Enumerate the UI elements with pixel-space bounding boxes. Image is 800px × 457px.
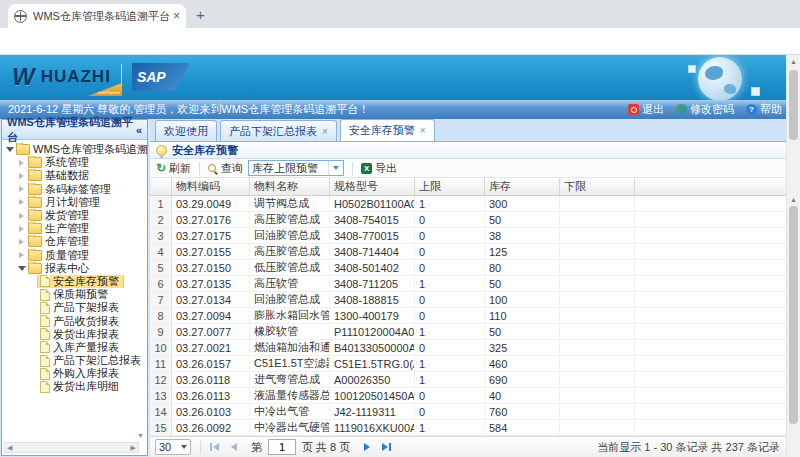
tree-collapsed-icon[interactable] xyxy=(17,252,26,258)
cell-lower xyxy=(560,228,635,243)
folder-icon xyxy=(28,263,42,274)
tree-item-仓库管理[interactable]: 仓库管理 xyxy=(2,235,147,248)
table-row[interactable]: 203.27.0176高压胶管总成3408-754015050 xyxy=(150,212,786,228)
column-header-stock[interactable]: 库存 xyxy=(485,178,560,195)
tab-欢迎使用[interactable]: 欢迎使用 xyxy=(155,120,217,141)
grid-scrollbar-thumb[interactable] xyxy=(789,206,798,424)
tree-item-产品下架汇总报表[interactable]: 产品下架汇总报表 xyxy=(2,354,147,367)
column-header-upper-limit[interactable]: 上限 xyxy=(415,178,485,195)
vertical-scrollbar[interactable]: ▲ ▲ xyxy=(786,55,800,457)
tab-产品下架汇总报表[interactable]: 产品下架汇总报表× xyxy=(220,120,337,141)
scroll-right-icon[interactable]: ▶ xyxy=(131,444,136,452)
cell-name: 低压胶管总成 xyxy=(250,260,330,275)
last-page-button[interactable] xyxy=(382,443,391,451)
cell-spec: A00026350 xyxy=(330,372,415,387)
close-tab-icon[interactable]: × xyxy=(322,126,328,137)
tree-collapsed-icon[interactable] xyxy=(17,173,26,179)
tree-collapsed-icon[interactable] xyxy=(17,160,26,166)
cell-spec: 3408-714404 xyxy=(330,244,415,259)
column-header-spec-model[interactable]: 规格型号 xyxy=(330,178,415,195)
table-row[interactable]: 1203.26.0118进气弯管总成A000263501690 xyxy=(150,372,786,388)
report-page-icon xyxy=(40,289,50,301)
tree-item-系统管理[interactable]: 系统管理 xyxy=(2,156,147,169)
tree-item-入库产量报表[interactable]: 入库产量报表 xyxy=(2,341,147,354)
cell-code: 03.27.0135 xyxy=(172,276,250,291)
grid-scroll-up-icon[interactable]: ▲ xyxy=(787,196,800,203)
table-row[interactable]: 903.27.0077橡胶软管P1110120004A0150 xyxy=(150,324,786,340)
tree-item-报表中心[interactable]: 报表中心 xyxy=(2,262,147,275)
tree-collapsed-icon[interactable] xyxy=(17,199,26,205)
cell-stock: 125 xyxy=(485,244,560,259)
table-row[interactable]: 803.27.0094膨胀水箱回水管总成1300-4001790110 xyxy=(150,308,786,324)
tree-item-安全库存预警[interactable]: 安全库存预警 xyxy=(2,275,147,288)
tree-item-保质期预警[interactable]: 保质期预警 xyxy=(2,288,147,301)
tree-expanded-icon[interactable] xyxy=(17,266,26,271)
logout-button[interactable]: 退出 xyxy=(628,102,664,117)
tree-item-产品下架报表[interactable]: 产品下架报表 xyxy=(2,301,147,314)
tree-item-发货管理[interactable]: 发货管理 xyxy=(2,209,147,222)
warning-type-select[interactable]: 库存上限预警 xyxy=(248,160,344,176)
search-icon xyxy=(208,164,216,172)
table-row[interactable]: 103.29.0049调节阀总成H0502B01100A01300 xyxy=(150,196,786,212)
tree-expanded-icon[interactable] xyxy=(5,147,14,152)
tree-collapsed-icon[interactable] xyxy=(17,226,26,232)
page-number-input[interactable] xyxy=(268,439,296,455)
tree-collapsed-icon[interactable] xyxy=(17,213,26,219)
tree-item-发货出库报表[interactable]: 发货出库报表 xyxy=(2,328,147,341)
tree-item-月计划管理[interactable]: 月计划管理 xyxy=(2,196,147,209)
sidebar-scroll-up-icon[interactable]: ▲ xyxy=(137,143,144,150)
export-button[interactable]: X 导出 xyxy=(361,161,397,176)
table-row[interactable]: 1303.26.0113液温量传感器总成100120501450AB0A040 xyxy=(150,388,786,404)
sidebar-collapse-icon[interactable]: « xyxy=(136,124,142,136)
table-row[interactable]: 1403.26.0103中冷出气管J42-11193110760 xyxy=(150,404,786,420)
column-header-lower-limit[interactable]: 下限 xyxy=(560,178,635,195)
help-button[interactable]: ? 帮助 xyxy=(746,102,782,117)
close-tab-icon[interactable]: × xyxy=(420,125,426,136)
scrollbar-thumb[interactable] xyxy=(789,70,798,140)
tree-item-WMS仓库管理条码追溯系统[interactable]: WMS仓库管理条码追溯系统 xyxy=(2,143,147,156)
sidebar-scroll-down-icon[interactable]: ▼ xyxy=(137,432,144,439)
table-row[interactable]: 1503.26.0092中冷器出气硬管总成1119016XKU00A1584 xyxy=(150,420,786,436)
cell-filler xyxy=(635,420,786,435)
first-page-button[interactable] xyxy=(210,443,219,451)
table-row[interactable]: 1003.27.0021燃油箱加油和通风软管B40133050000AA0325 xyxy=(150,340,786,356)
table-row[interactable]: 603.27.0135高压软管3408-711205150 xyxy=(150,276,786,292)
scroll-left-icon[interactable]: ◀ xyxy=(7,444,12,452)
cell-name: 膨胀水箱回水管总成 xyxy=(250,308,330,323)
table-row[interactable]: 503.27.0150低压胶管总成3408-501402080 xyxy=(150,260,786,276)
table-row[interactable]: 703.27.0134回油胶管总成3408-1888150100 xyxy=(150,292,786,308)
tree-item-质量管理[interactable]: 质量管理 xyxy=(2,249,147,262)
tree-item-外购入库报表[interactable]: 外购入库报表 xyxy=(2,367,147,380)
scroll-up-icon[interactable]: ▲ xyxy=(787,58,800,65)
cell-upper: 0 xyxy=(415,292,485,307)
tab-安全库存预警[interactable]: 安全库存预警× xyxy=(340,119,435,141)
table-row[interactable]: 1103.26.0157C51E1.5T空滤器出气管C51E1.5TRG.0(A… xyxy=(150,356,786,372)
page-size-select[interactable]: 30 xyxy=(155,439,191,455)
browser-tab[interactable]: WMS仓库管理条码追溯平台 × xyxy=(8,4,186,28)
refresh-button[interactable]: ↻ 刷新 xyxy=(156,161,191,176)
cell-upper: 1 xyxy=(415,324,485,339)
cell-filler xyxy=(635,324,786,339)
query-button[interactable]: 查询 xyxy=(208,161,243,176)
column-header-material-code[interactable]: 物料编码 xyxy=(172,178,250,195)
tree-item-基础数据[interactable]: 基础数据 xyxy=(2,169,147,182)
logout-icon xyxy=(628,104,639,115)
tree-item-发货出库明细[interactable]: 发货出库明细 xyxy=(2,380,147,393)
column-header-material-name[interactable]: 物料名称 xyxy=(250,178,330,195)
prev-page-button[interactable] xyxy=(231,443,237,451)
cell-lower xyxy=(560,244,635,259)
new-tab-button[interactable]: + xyxy=(196,6,205,23)
tree-item-产品收货报表[interactable]: 产品收货报表 xyxy=(2,314,147,327)
tree-collapsed-icon[interactable] xyxy=(17,186,26,192)
change-password-button[interactable]: 修改密码 xyxy=(676,102,734,117)
next-page-button[interactable] xyxy=(364,443,370,451)
grid-header-row: 物料编码 物料名称 规格型号 上限 库存 下限 xyxy=(150,178,786,196)
sidebar-horizontal-scrollbar[interactable]: ◀ ▶ xyxy=(4,442,139,453)
close-tab-icon[interactable]: × xyxy=(173,9,180,23)
tree-item-条码标签管理[interactable]: 条码标签管理 xyxy=(2,183,147,196)
table-row[interactable]: 403.27.0155高压胶管总成3408-7144040125 xyxy=(150,244,786,260)
tree-item-生产管理[interactable]: 生产管理 xyxy=(2,222,147,235)
tree-collapsed-icon[interactable] xyxy=(17,239,26,245)
cell-spec: 3408-711205 xyxy=(330,276,415,291)
table-row[interactable]: 303.27.0175回油胶管总成3408-770015038 xyxy=(150,228,786,244)
